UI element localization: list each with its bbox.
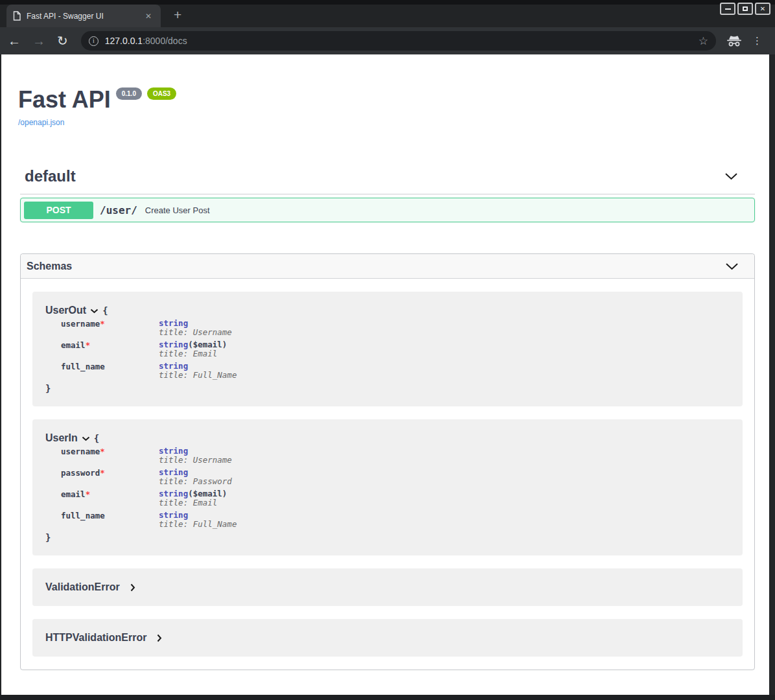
window-right-border: [769, 54, 775, 700]
field-meta: string($email)title: Email: [159, 340, 227, 358]
field-type: string: [159, 361, 188, 371]
field-title: title: Email: [159, 498, 217, 508]
field-row: email* string($email)title: Email: [61, 489, 730, 508]
model-userin: UserIn { username* stringtitle: Username…: [32, 419, 743, 555]
schemas-section: Schemas UserOut { username* stri: [20, 253, 755, 670]
close-icon: ✕: [760, 5, 765, 12]
forward-icon[interactable]: →: [32, 34, 45, 47]
field-name: email*: [61, 489, 159, 508]
page-title: Fast API: [18, 86, 111, 113]
field-type: string: [159, 467, 188, 477]
model-name: UserIn: [45, 432, 78, 444]
operation-post-user[interactable]: POST /user/ Create User Post: [20, 198, 755, 222]
model-name: UserOut: [45, 305, 86, 316]
oas3-badge: OAS3: [147, 88, 176, 100]
field-row: email* string($email)title: Email: [61, 340, 730, 358]
field-name: email*: [61, 340, 159, 358]
openapi-spec-link[interactable]: /openapi.json: [18, 118, 757, 127]
required-asterisk: *: [100, 468, 105, 478]
maximize-button[interactable]: [737, 3, 753, 15]
model-chevron-down-icon[interactable]: [82, 436, 90, 441]
tag-header[interactable]: default: [20, 167, 755, 194]
field-name: password*: [61, 468, 159, 486]
model-httpvalidationerror[interactable]: HTTPValidationError: [32, 619, 743, 657]
operation-path: /user/: [100, 204, 137, 216]
required-asterisk: *: [86, 489, 91, 499]
tab-strip: Fast API - Swagger UI ✕ + ✕: [0, 5, 775, 27]
field-meta: stringtitle: Password: [159, 468, 232, 486]
model-userout: UserOut { username* stringtitle: Usernam…: [32, 292, 743, 406]
tag-name: default: [25, 167, 76, 185]
schemas-header[interactable]: Schemas: [21, 254, 754, 279]
required-asterisk: *: [100, 319, 105, 329]
model-fields: username* stringtitle: Username email* s…: [61, 319, 730, 380]
field-format: ($email): [188, 489, 227, 498]
model-fields: username* stringtitle: Username password…: [61, 447, 730, 529]
browser-window: Fast API - Swagger UI ✕ + ✕ ← → ↻ i 127.…: [0, 0, 775, 700]
window-left-border: [0, 54, 1, 695]
field-type: string: [159, 489, 188, 498]
browser-menu-icon[interactable]: ⋮: [752, 35, 762, 47]
field-name: username*: [61, 447, 159, 465]
model-name: ValidationError: [45, 581, 120, 593]
field-row: username* stringtitle: Username: [61, 447, 730, 465]
model-userin-title[interactable]: UserIn {: [45, 432, 730, 444]
new-tab-button[interactable]: +: [168, 7, 187, 23]
page-favicon-icon: [13, 11, 21, 21]
field-meta: stringtitle: Full_Name: [159, 362, 237, 380]
field-title: title: Username: [159, 327, 232, 337]
tag-section-default: default POST /user/ Create User Post: [20, 167, 755, 222]
address-bar[interactable]: i 127.0.0.1:8000/docs ☆: [81, 31, 716, 51]
version-badge: 0.1.0: [116, 88, 142, 100]
field-title: title: Full_Name: [159, 519, 237, 529]
field-type: string: [159, 318, 188, 328]
model-chevron-right-icon[interactable]: [130, 583, 135, 592]
field-name: full_name: [61, 511, 159, 529]
field-meta: stringtitle: Username: [159, 447, 232, 465]
field-title: title: Username: [159, 455, 232, 465]
url-host: 127.0.0.1: [105, 36, 143, 46]
reload-icon[interactable]: ↻: [57, 34, 68, 47]
field-row: username* stringtitle: Username: [61, 319, 730, 337]
open-brace: {: [102, 305, 108, 316]
browser-tab[interactable]: Fast API - Swagger UI ✕: [6, 5, 161, 27]
model-name: HTTPValidationError: [45, 632, 146, 644]
field-name: full_name: [61, 362, 159, 380]
close-button[interactable]: ✕: [755, 3, 770, 15]
field-meta: stringtitle: Username: [159, 319, 232, 337]
field-name: username*: [61, 319, 159, 337]
field-title: title: Password: [159, 476, 232, 486]
tab-title: Fast API - Swagger UI: [27, 12, 143, 21]
model-validationerror[interactable]: ValidationError: [32, 568, 743, 606]
field-type: string: [159, 510, 188, 520]
close-brace: }: [45, 532, 730, 542]
collapse-chevron-down-icon[interactable]: [724, 172, 738, 180]
model-chevron-right-icon[interactable]: [157, 634, 162, 642]
site-info-icon[interactable]: i: [89, 36, 98, 46]
http-method-badge: POST: [24, 202, 93, 219]
api-info: Fast API0.1.0OAS3 /openapi.json: [0, 54, 775, 127]
tab-close-icon[interactable]: ✕: [143, 11, 154, 21]
bookmark-star-icon[interactable]: ☆: [699, 34, 708, 48]
model-chevron-down-icon[interactable]: [90, 309, 98, 314]
open-brace: {: [94, 433, 99, 443]
window-bottom-bar: [0, 695, 775, 700]
schemas-chevron-down-icon[interactable]: [725, 262, 739, 270]
model-userout-title[interactable]: UserOut {: [45, 305, 730, 316]
minimize-button[interactable]: [720, 3, 735, 15]
field-format: ($email): [188, 340, 227, 349]
incognito-icon: [726, 36, 742, 47]
swagger-page: Fast API0.1.0OAS3 /openapi.json default …: [0, 54, 775, 695]
required-asterisk: *: [100, 447, 105, 456]
url-text[interactable]: 127.0.0.1:8000/docs: [105, 36, 693, 46]
field-row: full_name stringtitle: Full_Name: [61, 362, 730, 380]
minimize-icon: [725, 8, 731, 10]
window-controls: ✕: [720, 3, 770, 15]
maximize-icon: [743, 6, 748, 11]
field-meta: string($email)title: Email: [159, 489, 227, 508]
close-brace: }: [45, 383, 730, 393]
operation-summary: Create User Post: [145, 205, 210, 215]
field-title: title: Full_Name: [159, 370, 237, 380]
field-type: string: [159, 446, 188, 456]
back-icon[interactable]: ←: [8, 34, 21, 47]
